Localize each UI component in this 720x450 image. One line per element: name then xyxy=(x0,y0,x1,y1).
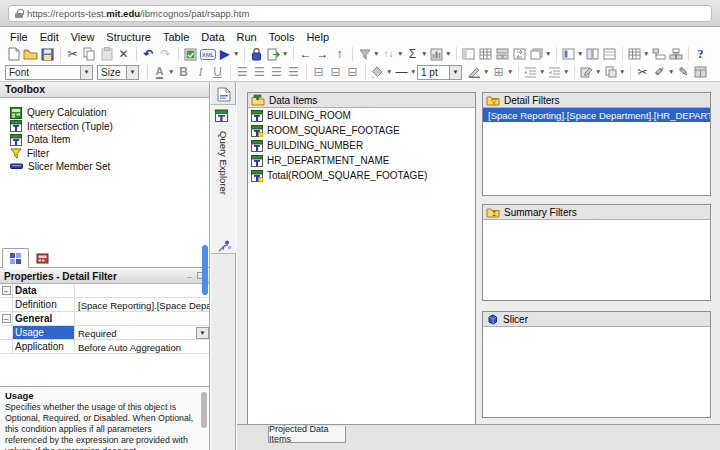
section-caret-icon[interactable]: ▼ xyxy=(577,51,584,58)
redo-icon[interactable]: ↷ xyxy=(157,46,174,62)
package-icon[interactable] xyxy=(265,46,282,62)
open-icon[interactable] xyxy=(22,46,39,62)
data-item-row[interactable]: ROOM_SQUARE_FOOTAGE xyxy=(248,123,475,138)
tab-calculation[interactable] xyxy=(29,248,56,268)
borders-caret-icon[interactable]: ▼ xyxy=(507,69,514,76)
up-icon[interactable]: ↑ xyxy=(331,46,348,62)
toolbox-item-slicer-member-set[interactable]: Slicer Member Set xyxy=(0,160,209,174)
indent-increase-caret-icon[interactable]: ▼ xyxy=(539,69,546,76)
filter-caret-icon[interactable]: ▼ xyxy=(373,51,380,58)
menu-structure[interactable]: Structure xyxy=(100,31,157,43)
insert-table-icon[interactable] xyxy=(477,46,494,62)
property-row-definition[interactable]: Definition [Space Reporting].[Space Depa… xyxy=(0,298,209,312)
style-references-icon[interactable] xyxy=(602,64,619,80)
query-explorer-tab[interactable]: Query Explorer xyxy=(211,104,236,254)
address-bar[interactable]: https://reports-test.mit.edu/ibmcognos/p… xyxy=(8,5,712,22)
align-justify-icon[interactable]: ☰ xyxy=(285,64,302,80)
property-group-data[interactable]: – Data xyxy=(0,284,209,298)
delete-icon[interactable]: ✕ xyxy=(115,46,132,62)
toolbox-item-data-item[interactable]: Data Item xyxy=(0,133,209,147)
align-left-icon[interactable]: ☰ xyxy=(234,64,251,80)
menu-help[interactable]: Help xyxy=(300,31,335,43)
indent-decrease-icon[interactable] xyxy=(546,64,563,80)
run-options-caret-icon[interactable]: ▼ xyxy=(233,51,240,58)
data-item-row[interactable]: Total(ROOM_SQUARE_FOOTAGE) xyxy=(248,168,475,183)
menu-edit[interactable]: Edit xyxy=(34,31,65,43)
align-center-icon[interactable]: ☰ xyxy=(251,64,268,80)
border-color-icon[interactable] xyxy=(466,64,483,80)
pick-style-icon[interactable]: ✐ xyxy=(651,64,668,80)
detail-filter-row-selected[interactable]: [Space Reporting].[Space Department].[HR… xyxy=(483,108,710,122)
help-scrollbar-thumb[interactable] xyxy=(201,392,207,428)
pick-style-caret-icon[interactable]: ▼ xyxy=(668,69,675,76)
xml-icon[interactable]: XML xyxy=(199,46,216,62)
forward-icon[interactable]: → xyxy=(314,46,331,62)
collapse-icon[interactable]: – xyxy=(2,286,11,295)
sort-caret-icon[interactable]: ▼ xyxy=(397,51,404,58)
property-value[interactable]: Required xyxy=(78,328,117,339)
manage-styles-icon[interactable] xyxy=(692,64,709,80)
headers-footers-icon[interactable] xyxy=(460,46,477,62)
data-item-row[interactable]: BUILDING_ROOM xyxy=(248,108,475,123)
menu-run[interactable]: Run xyxy=(231,31,263,43)
text-color-caret-icon[interactable]: ▼ xyxy=(168,69,175,76)
minimize-icon[interactable]: – xyxy=(185,272,194,281)
summarize-icon[interactable]: Σ xyxy=(404,46,421,62)
data-item-row[interactable]: HR_DEPARTMENT_NAME xyxy=(248,153,475,168)
indent-increase-icon[interactable] xyxy=(522,64,539,80)
border-width-select[interactable]: 1 pt ▼ xyxy=(417,65,462,80)
chart-caret-icon[interactable]: ▼ xyxy=(445,51,452,58)
help-icon[interactable]: ? xyxy=(692,46,709,62)
apply-style-icon[interactable]: ✎ xyxy=(675,64,692,80)
font-size-caret-icon[interactable]: ▼ xyxy=(126,66,138,79)
align-right-icon[interactable]: ☰ xyxy=(268,64,285,80)
bold-icon[interactable]: B xyxy=(175,64,192,80)
master-detail-icon[interactable] xyxy=(650,46,667,62)
underline-icon[interactable]: U xyxy=(209,64,226,80)
drill-relationship-icon[interactable] xyxy=(667,46,684,62)
usage-dropdown-icon[interactable]: ▼ xyxy=(196,327,209,339)
menu-tools[interactable]: Tools xyxy=(263,31,301,43)
validate-report-icon[interactable] xyxy=(182,46,199,62)
toolbox-item-filter[interactable]: Filter xyxy=(0,147,209,161)
menu-data[interactable]: Data xyxy=(195,31,230,43)
font-select[interactable]: Font ▼ xyxy=(5,65,93,80)
page-layers-icon[interactable] xyxy=(528,46,545,62)
section-icon[interactable] xyxy=(560,46,577,62)
cut-icon[interactable]: ✂ xyxy=(64,46,81,62)
page-layers-caret-icon[interactable]: ▼ xyxy=(545,51,552,58)
style-references-caret-icon[interactable]: ▼ xyxy=(619,69,626,76)
pane-scrollbar-thumb[interactable] xyxy=(202,245,208,295)
line-style-icon[interactable]: — xyxy=(393,64,410,80)
copy-icon[interactable] xyxy=(81,46,98,62)
filter-icon[interactable] xyxy=(356,46,373,62)
undo-icon[interactable]: ↶ xyxy=(140,46,157,62)
summarize-caret-icon[interactable]: ▼ xyxy=(421,51,428,58)
save-icon[interactable] xyxy=(39,46,56,62)
property-row-usage[interactable]: Usage Required ▼ xyxy=(0,326,209,340)
valign-top-icon[interactable]: ⊟ xyxy=(310,64,327,80)
package-caret-icon[interactable]: ▼ xyxy=(282,51,289,58)
ungroup-icon[interactable] xyxy=(601,46,618,62)
lock-page-icon[interactable] xyxy=(248,46,265,62)
group-icon[interactable] xyxy=(584,46,601,62)
data-item-row[interactable]: BUILDING_NUMBER xyxy=(248,138,475,153)
paste-icon[interactable] xyxy=(98,46,115,62)
run-icon[interactable]: ▶ xyxy=(216,46,233,62)
property-value[interactable]: Before Auto Aggregation xyxy=(75,340,209,353)
font-size-select[interactable]: Size ▼ xyxy=(97,65,139,80)
back-icon[interactable]: ← xyxy=(297,46,314,62)
border-width-caret-icon[interactable]: ▼ xyxy=(449,66,461,79)
clear-style-icon[interactable]: ✂ xyxy=(634,64,651,80)
condition-explorer-button[interactable] xyxy=(215,237,233,255)
text-color-icon[interactable]: A xyxy=(156,66,164,79)
italic-icon[interactable]: I xyxy=(192,64,209,80)
background-color-caret-icon[interactable]: ▼ xyxy=(386,69,393,76)
tab-projected-data-items[interactable]: Projected Data Items xyxy=(268,426,346,443)
border-color-caret-icon[interactable]: ▼ xyxy=(483,69,490,76)
property-row-application[interactable]: Application Before Auto Aggregation xyxy=(0,340,209,354)
new-icon[interactable] xyxy=(5,46,22,62)
collapse-icon[interactable]: – xyxy=(2,314,11,323)
menu-table[interactable]: Table xyxy=(157,31,195,43)
property-group-general[interactable]: – General xyxy=(0,312,209,326)
